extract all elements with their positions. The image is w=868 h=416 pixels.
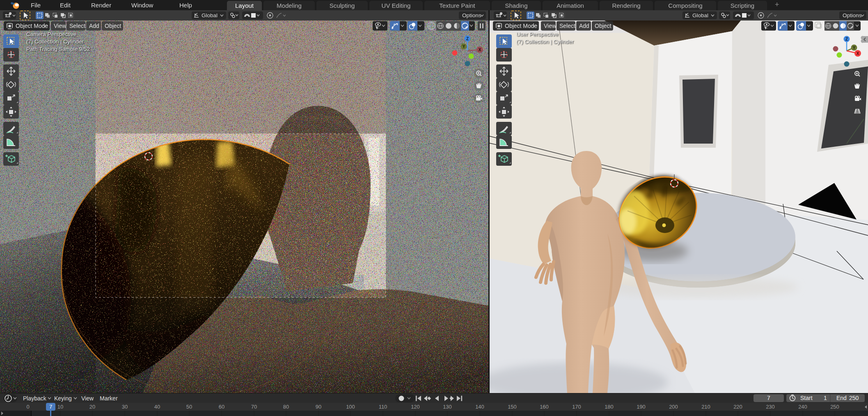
svg-text:Keying: Keying (54, 395, 72, 402)
svg-text:140: 140 (475, 404, 484, 410)
svg-text:20: 20 (89, 404, 95, 410)
svg-text:210: 210 (701, 404, 710, 410)
svg-text:150: 150 (508, 404, 517, 410)
svg-text:110: 110 (379, 404, 387, 410)
svg-text:Start: Start (800, 395, 813, 401)
svg-text:1: 1 (824, 395, 827, 401)
svg-text:250: 250 (849, 395, 859, 401)
svg-text:Playback: Playback (23, 395, 47, 402)
svg-text:50: 50 (186, 404, 192, 410)
svg-text:180: 180 (605, 404, 614, 410)
svg-text:7: 7 (49, 404, 52, 410)
svg-text:200: 200 (669, 404, 678, 410)
svg-text:190: 190 (637, 404, 646, 410)
svg-text:120: 120 (411, 404, 420, 410)
svg-text:End: End (836, 395, 847, 401)
svg-text:170: 170 (572, 404, 581, 410)
svg-text:View: View (81, 395, 94, 402)
svg-text:100: 100 (346, 404, 355, 410)
svg-text:60: 60 (219, 404, 224, 410)
svg-text:90: 90 (316, 404, 321, 410)
svg-text:240: 240 (798, 404, 807, 410)
svg-text:0: 0 (26, 404, 29, 410)
svg-text:80: 80 (283, 404, 289, 410)
svg-text:10: 10 (57, 404, 63, 410)
svg-text:Marker: Marker (100, 395, 118, 402)
svg-text:40: 40 (154, 404, 160, 410)
svg-text:160: 160 (540, 404, 549, 410)
svg-text:70: 70 (251, 404, 257, 410)
svg-text:250: 250 (830, 404, 839, 410)
svg-text:130: 130 (443, 404, 452, 410)
svg-text:7: 7 (767, 395, 770, 401)
svg-text:230: 230 (766, 404, 775, 410)
svg-text:220: 220 (733, 404, 742, 410)
svg-text:30: 30 (122, 404, 128, 410)
